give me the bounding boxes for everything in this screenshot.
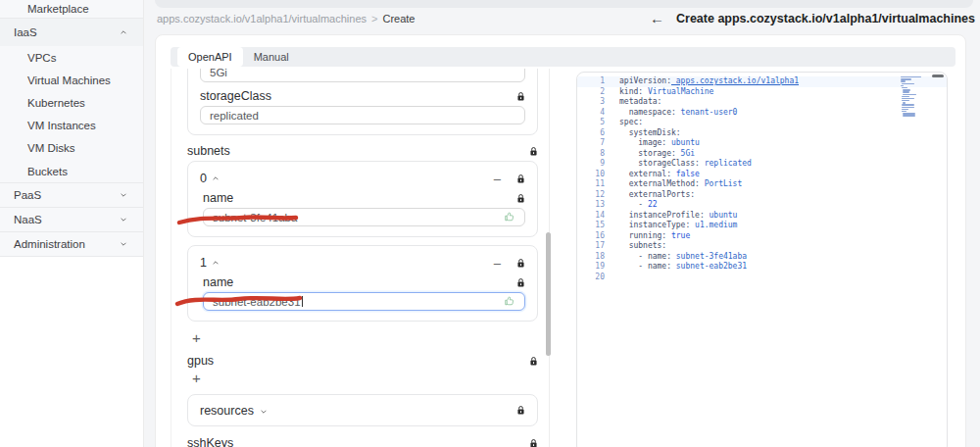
thumbs-up-icon[interactable] xyxy=(504,295,515,309)
lock-icon xyxy=(529,146,538,157)
sidebar-item-label: VM Instances xyxy=(27,120,96,131)
sidebar-item-kubernetes[interactable]: Kubernetes xyxy=(0,91,143,114)
sidebar-item-naas[interactable]: NaaS xyxy=(0,208,143,231)
minimap-line xyxy=(902,100,909,101)
sidebar-item-label: IaaS xyxy=(14,26,37,38)
code-token: tenant-user0 xyxy=(676,108,738,119)
minimap-line xyxy=(902,87,907,88)
code-line: 15 instanceType: u1.medium xyxy=(577,221,947,231)
code-token: VirtualMachine xyxy=(643,87,713,98)
collapse-chevron-icon[interactable] xyxy=(212,256,220,270)
sidebar-item-vm-disks[interactable]: VM Disks xyxy=(0,137,143,160)
yaml-editor[interactable]: 1apiVersion: apps.cozystack.io/v1alpha12… xyxy=(576,72,948,447)
minimap-line xyxy=(902,96,909,97)
minimap-line xyxy=(901,76,921,77)
breadcrumb-resource-link[interactable]: apps.cozystack.io/v1alpha1/virtualmachin… xyxy=(157,13,367,25)
code-token: storageClass: xyxy=(619,159,700,170)
code-token: subnet-3fe41aba xyxy=(671,252,747,263)
sidebar-item-paas[interactable]: PaaS xyxy=(0,183,143,207)
remove-item-icon[interactable]: – xyxy=(494,257,501,270)
chevron-down-icon xyxy=(120,238,127,250)
sidebar-item-vm-instances[interactable]: VM Instances xyxy=(0,115,143,137)
code-token: false xyxy=(671,170,700,180)
gpus-label-row: gpus xyxy=(187,354,538,368)
code-token: 22 xyxy=(648,200,658,211)
sidebar-item-marketplace[interactable]: Marketplace xyxy=(0,0,143,18)
sidebar-item-buckets[interactable]: Buckets xyxy=(0,160,143,182)
code-line: 3metadata: xyxy=(577,97,947,108)
sidebar: Marketplace IaaS VPCs Virtual Machines K… xyxy=(0,0,144,447)
code-line: 2kind: VirtualMachine xyxy=(577,87,947,98)
input-value: 5Gi xyxy=(210,69,227,78)
item-index: 0 xyxy=(200,172,207,185)
sidebar-item-label: PaaS xyxy=(14,189,41,201)
code-token: apiVersion: xyxy=(619,76,671,87)
sidebar-item-iaas[interactable]: IaaS xyxy=(0,19,143,46)
collapse-chevron-icon[interactable] xyxy=(212,172,220,185)
code-line: 9 storageClass: replicated xyxy=(577,159,947,170)
thumbs-up-icon[interactable] xyxy=(504,211,515,224)
lock-icon xyxy=(516,193,525,204)
field-label: name xyxy=(203,191,233,205)
minimap-line xyxy=(903,113,915,114)
code-token: kind: xyxy=(619,87,643,98)
chevron-down-icon xyxy=(260,402,268,420)
sidebar-item-label: Buckets xyxy=(27,166,68,177)
code-lines: 1apiVersion: apps.cozystack.io/v1alpha12… xyxy=(577,76,947,282)
item-index: 1 xyxy=(200,256,207,270)
add-gpu-button[interactable]: + xyxy=(192,372,206,385)
line-number: 3 xyxy=(577,97,605,108)
tab-openapi[interactable]: OpenAPI xyxy=(177,47,243,67)
line-number: 1 xyxy=(577,76,605,87)
line-number: 11 xyxy=(577,179,605,190)
sidebar-item-label: Virtual Machines xyxy=(27,74,111,86)
code-token: metadata: xyxy=(619,97,662,108)
lock-icon xyxy=(529,356,538,367)
subnet-name-input-1[interactable]: subnet-eab2be31 xyxy=(203,292,525,311)
form-scrollbar-thumb[interactable] xyxy=(546,232,551,356)
section-label: resources xyxy=(200,404,254,418)
lock-icon xyxy=(516,277,525,288)
lock-icon xyxy=(529,438,538,447)
subnet-item-header: 1 – xyxy=(200,256,525,270)
field-label: name xyxy=(203,275,233,289)
minimap-line xyxy=(901,85,904,86)
line-number: 20 xyxy=(577,273,605,283)
minimap-line xyxy=(902,111,906,112)
add-subnet-button[interactable]: + xyxy=(192,331,206,345)
sidebar-item-administration[interactable]: Administration xyxy=(0,232,143,256)
resources-collapse-card[interactable]: resources xyxy=(187,394,538,426)
sshkeys-label-row: sshKeys xyxy=(187,436,538,447)
sidebar-item-virtual-machines[interactable]: Virtual Machines xyxy=(0,69,143,91)
breadcrumb-separator: > xyxy=(371,13,377,25)
name-label-row: name xyxy=(200,191,525,205)
line-number: 10 xyxy=(577,170,605,180)
code-token: externalPorts: xyxy=(619,190,695,201)
editor-minimap[interactable] xyxy=(901,76,927,120)
code-token: instanceType: xyxy=(619,221,690,231)
tab-manual[interactable]: Manual xyxy=(243,47,300,67)
sidebar-item-vpcs[interactable]: VPCs xyxy=(0,46,143,69)
minimap-line xyxy=(903,115,915,116)
remove-item-icon[interactable]: – xyxy=(494,173,501,185)
code-line: 4 namespace: tenant-user0 xyxy=(577,108,947,119)
code-line: 11 externalMethod: PortList xyxy=(577,179,947,190)
input-value: subnet-eab2be31 xyxy=(213,296,301,308)
code-token: externalMethod: xyxy=(619,179,700,190)
subnet-name-input-0[interactable]: subnet-3fe41aba xyxy=(203,208,525,226)
back-arrow-icon[interactable]: ← xyxy=(650,11,664,25)
subnet-item-card-1: 1 – name subnet-eab2be31 xyxy=(187,245,538,322)
input-value: subnet-3fe41aba xyxy=(213,212,297,224)
minimap-line xyxy=(901,80,906,81)
code-token: true xyxy=(666,231,690,242)
page-header: ← Create apps.cozystack.io/v1alpha1/virt… xyxy=(650,11,975,25)
code-line: 18 - name: subnet-3fe41aba xyxy=(577,252,947,263)
line-number: 18 xyxy=(577,252,605,263)
storage-input[interactable]: 5Gi xyxy=(200,69,525,82)
plus-icon: + xyxy=(192,370,201,386)
line-number: 17 xyxy=(577,241,605,252)
storage-class-input[interactable]: replicated xyxy=(200,106,525,124)
lock-icon xyxy=(516,91,525,102)
editor-scroll-indicator[interactable] xyxy=(932,74,944,77)
storage-class-label-row: storageClass xyxy=(200,89,525,103)
